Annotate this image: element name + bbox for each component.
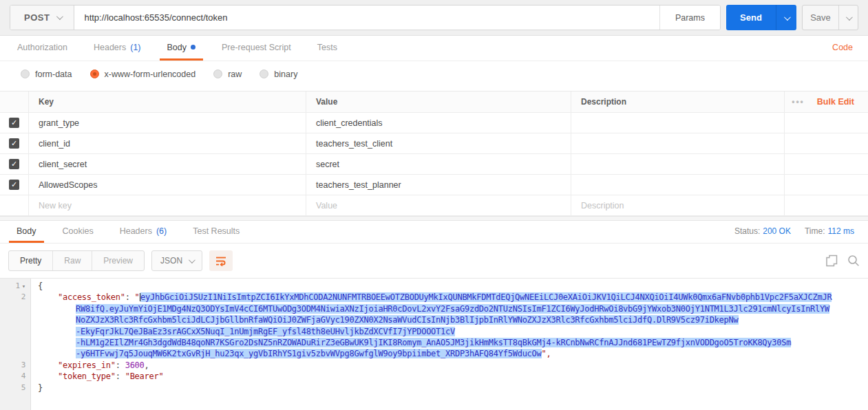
value-cell[interactable]: teachers_test_planner — [306, 175, 571, 195]
radio-form-data[interactable]: form-data — [21, 69, 72, 79]
tab-label: Pre-request Script — [222, 43, 291, 52]
send-button-group: Send — [726, 5, 796, 30]
params-button[interactable]: Params — [659, 6, 720, 30]
value-cell[interactable]: teachers_test_client — [306, 133, 571, 153]
copy-button[interactable] — [826, 255, 838, 267]
value-cell[interactable]: client_credentials — [306, 113, 571, 133]
view-pretty-button[interactable]: Pretty — [9, 251, 52, 270]
request-tabs: Authorization Headers (1) Body Pre-reque… — [0, 36, 868, 61]
json-key: "token_type" — [58, 371, 116, 381]
method-label: POST — [24, 12, 50, 23]
code-text: -y6HTFvwj7q5JouqMW6K2txGvRjH_hu23qx_ygVb… — [31, 348, 551, 359]
request-bar: POST Params Send Save — [0, 0, 868, 36]
save-button[interactable]: Save — [803, 6, 838, 30]
line-number-text: 5 — [21, 382, 25, 393]
description-cell[interactable] — [571, 154, 785, 174]
row-checkbox[interactable]: ✓ — [9, 159, 19, 169]
colon: : — [125, 292, 135, 302]
time-value: 112 ms — [828, 226, 854, 236]
access-token-selected-text: -EkyFqrJkL7QeJBaEz3srAGCxX5NuqI_1nUmjmRg… — [76, 327, 455, 336]
radio-selected-icon — [90, 69, 99, 78]
access-token-selected-text: eyJhbGciOiJSUzI1NiIsImtpZCI6IkYxMDhCODA2… — [140, 292, 832, 302]
radio-x-www-form-urlencoded[interactable]: x-www-form-urlencoded — [90, 69, 196, 79]
new-description-input[interactable]: Description — [571, 195, 785, 215]
body-type-selector: form-data x-www-form-urlencoded raw bina… — [0, 61, 868, 87]
response-tab-body[interactable]: Body — [9, 221, 44, 243]
response-tabs: Body Cookies Headers (6) Test Results St… — [0, 221, 868, 244]
view-preview-button[interactable]: Preview — [92, 251, 144, 270]
language-dropdown[interactable]: JSON — [151, 250, 202, 271]
table-row: ✓ client_secret secret — [0, 154, 868, 175]
send-button[interactable]: Send — [726, 5, 776, 30]
radio-icon — [213, 69, 222, 78]
response-toolbar: Pretty Raw Preview JSON — [0, 244, 868, 278]
line-number: 5 — [0, 382, 31, 393]
value-cell[interactable]: secret — [306, 154, 571, 174]
tab-pre-request-script[interactable]: Pre-request Script — [214, 36, 299, 61]
table-row: ✓ AllowedScopes teachers_test_planner — [0, 175, 868, 195]
save-dropdown-button[interactable] — [838, 6, 858, 30]
language-label: JSON — [160, 256, 182, 266]
line-number-text: 2 — [21, 292, 25, 303]
view-raw-button[interactable]: Raw — [52, 251, 92, 270]
new-value-input[interactable]: Value — [306, 195, 571, 215]
chevron-down-icon — [189, 257, 195, 263]
method-dropdown[interactable]: POST — [10, 6, 74, 30]
access-token-selected-text: RW8ifQ.eyJuYmYiOjE1MDg4NzQ3ODYsImV4cCI6M… — [76, 304, 829, 314]
pane-divider[interactable] — [0, 216, 868, 221]
code-text: "expires_in": 3600, — [31, 360, 149, 371]
description-cell[interactable] — [571, 175, 785, 195]
row-checkbox[interactable]: ✓ — [9, 180, 19, 190]
close-quote: ", — [542, 349, 551, 358]
search-button[interactable] — [847, 255, 860, 267]
wrap-text-button[interactable] — [209, 250, 233, 271]
fold-arrow-icon[interactable]: ▾ — [22, 281, 25, 292]
key-cell[interactable]: grant_type — [29, 113, 306, 133]
line-number-text: 4 — [21, 371, 25, 382]
access-token-selected-text: -hLM1g2EIlZMr4Gh3dgdWdB48qoNR7KSGro2DsNZ… — [76, 338, 791, 347]
code-line-wrapped: -y6HTFvwj7q5JouqMW6K2txGvRjH_hu23qx_ygVb… — [0, 348, 868, 359]
bulk-edit-link[interactable]: Bulk Edit — [817, 97, 854, 107]
url-input[interactable] — [74, 6, 659, 30]
tab-tests[interactable]: Tests — [310, 36, 345, 61]
radio-label: binary — [274, 69, 297, 79]
response-editor[interactable]: 1 ▾ { 2 "access_token": "eyJhbGciOiJSUzI… — [0, 278, 868, 410]
json-key: "access_token" — [58, 292, 125, 302]
radio-binary[interactable]: binary — [260, 69, 297, 79]
radio-label: form-data — [35, 69, 72, 79]
description-cell[interactable] — [571, 113, 785, 133]
new-key-input[interactable]: New key — [29, 195, 306, 215]
tab-body[interactable]: Body — [160, 36, 204, 61]
row-checkbox[interactable]: ✓ — [9, 118, 19, 128]
json-number-value: 3600 — [125, 360, 145, 370]
column-header-value: Value — [306, 91, 571, 112]
row-checkbox[interactable]: ✓ — [9, 138, 19, 149]
body-tab-indicator-dot — [191, 45, 195, 50]
key-cell[interactable]: client_secret — [29, 154, 306, 174]
description-cell[interactable] — [571, 133, 785, 153]
code-line-wrapped: -EkyFqrJkL7QeJBaEz3srAGCxX5NuqI_1nUmjmRg… — [0, 326, 868, 337]
tab-label: Test Results — [193, 226, 240, 236]
header-actions-cell: ••• Bulk Edit — [785, 91, 868, 112]
code-text: -hLM1g2EIlZMr4Gh3dgdWdB48qoNR7KSGro2DsNZ… — [31, 337, 791, 348]
response-tab-cookies[interactable]: Cookies — [55, 221, 101, 243]
column-header-key: Key — [29, 91, 306, 112]
radio-raw[interactable]: raw — [213, 69, 242, 79]
urlencoded-params-table: Key Value Description ••• Bulk Edit ✓ gr… — [0, 91, 868, 216]
status-value: 200 OK — [763, 226, 791, 236]
tab-authorization[interactable]: Authorization — [10, 36, 75, 61]
response-meta: Status:200 OK Time:112 ms — [734, 226, 854, 236]
key-cell[interactable]: client_id — [29, 133, 306, 153]
open-quote: " — [135, 292, 140, 302]
code-link[interactable]: Code — [832, 43, 853, 52]
access-token-selected-text: -y6HTFvwj7q5JouqMW6K2txGvRjH_hu23qx_ygVb… — [76, 349, 542, 358]
checkbox-cell — [0, 195, 29, 215]
more-options-icon[interactable]: ••• — [792, 97, 805, 107]
line-number — [0, 337, 31, 348]
response-tab-test-results[interactable]: Test Results — [185, 221, 247, 243]
tab-headers[interactable]: Headers (1) — [86, 36, 149, 61]
code-text: "access_token": "eyJhbGciOiJSUzI1NiIsImt… — [31, 292, 832, 303]
response-tab-headers[interactable]: Headers (6) — [112, 221, 175, 243]
key-cell[interactable]: AllowedScopes — [29, 175, 306, 195]
send-dropdown-button[interactable] — [776, 5, 796, 30]
